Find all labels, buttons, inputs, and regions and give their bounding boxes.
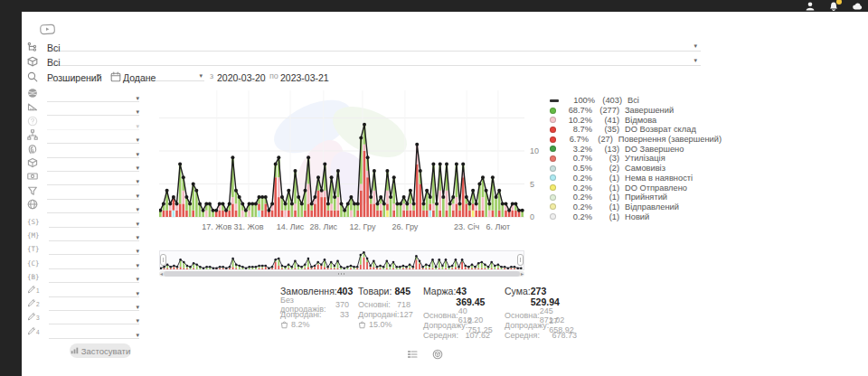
product-package-icon	[27, 54, 38, 70]
date-to-input[interactable]: 2023-03-21	[280, 69, 329, 81]
bell-icon[interactable]	[828, 1, 839, 12]
legend-item[interactable]: 0.2%(1)Новий	[550, 212, 722, 221]
table-view-icon[interactable]	[407, 347, 418, 363]
source-select[interactable]: Всі ▾	[47, 39, 701, 52]
filter-select-fingerprint[interactable]: ▾	[47, 146, 139, 158]
stat-column: Сума:273 529.94Основна:245 871.02Допрода…	[505, 286, 577, 340]
apply-button-label: Застосувати	[81, 346, 130, 356]
filter-select-funnel[interactable]: ▾	[47, 188, 139, 200]
scrollbar-thumb[interactable]	[164, 271, 520, 277]
chevron-down-icon: ▾	[136, 108, 139, 115]
legend-count: (403)	[595, 96, 622, 105]
svg-text:12. Гру: 12. Гру	[350, 222, 376, 231]
filter-row-pencil-2: 2▾	[27, 299, 139, 311]
chart-minimap[interactable]	[159, 250, 524, 270]
user-icon[interactable]	[805, 1, 816, 12]
stat-value: 43 369.45	[456, 286, 490, 307]
stat-sub-value: 127	[400, 310, 413, 319]
legend-item[interactable]: 8.7%(35)DO Возврат склад	[550, 125, 722, 135]
chevron-down-icon: ▾	[693, 57, 697, 63]
legend-label: Самовивіз	[625, 164, 665, 173]
search-mode-select[interactable]: Розширений ▾	[47, 69, 99, 81]
legend-item[interactable]: 100%(403)Всі	[550, 96, 722, 106]
scroll-right-icon[interactable]: ▸	[521, 270, 524, 277]
notification-badge	[836, 0, 842, 5]
filter-select-curly-s[interactable]: ▾	[49, 216, 139, 228]
chevron-down-icon: ▾	[693, 42, 697, 49]
minimap-right-handle[interactable]	[517, 254, 524, 266]
date-from-input[interactable]: 2020-03-20	[217, 69, 266, 81]
filter-select-curly-b[interactable]: ▾	[49, 271, 139, 283]
legend-dot-swatch	[550, 174, 556, 181]
video-help-icon[interactable]	[40, 23, 55, 39]
legend-item[interactable]: 0.5%(2)Самовивіз	[550, 164, 722, 174]
filter-select-sitemap[interactable]: ▾	[47, 132, 139, 144]
legend-item[interactable]: 0.7%(3)Утилізація	[550, 154, 722, 164]
products-view-icon[interactable]	[432, 347, 443, 363]
filter-select-globe[interactable]: ▾	[47, 202, 139, 213]
legend-dot-swatch	[550, 165, 556, 172]
filter-row-curly-t: {T}▾	[27, 243, 139, 255]
filter-select-curly-t[interactable]: ▾	[49, 243, 139, 255]
chevron-down-icon: ▾	[136, 221, 139, 227]
chevron-down-icon: ▾	[136, 248, 139, 254]
legend-dot-swatch	[550, 146, 556, 152]
filter-select-curly-m[interactable]: ▾	[49, 230, 139, 241]
filter-select-ruler[interactable]: ▾	[47, 104, 139, 116]
product-select[interactable]: Всі ▾	[47, 53, 701, 66]
date-field-select[interactable]: Додане ▾	[123, 69, 204, 81]
legend-count: (1)	[592, 183, 619, 193]
minimap-left-handle[interactable]	[160, 254, 166, 266]
legend-line-swatch	[550, 99, 559, 102]
legend-count: (1)	[592, 174, 619, 183]
filter-select-pencil-4[interactable]: ▾	[49, 327, 139, 339]
stat-column: Замовлення:403Без допродажів:370Допродан…	[280, 286, 349, 329]
chevron-down-icon: ▾	[136, 178, 139, 184]
sidebar	[0, 0, 22, 376]
search-mode-value: Розширений	[47, 72, 102, 83]
stat-sub-row: Допродані:33	[280, 309, 349, 319]
stat-value: 273 529.94	[531, 286, 577, 307]
date-to-value: 2023-03-21	[280, 72, 329, 83]
stat-label: Сума:	[505, 286, 531, 307]
svg-text:26. Гру: 26. Гру	[392, 222, 419, 231]
legend-dot-swatch	[550, 194, 556, 201]
legend-label: DO Возврат склад	[625, 125, 696, 134]
legend-item[interactable]: 0.2%(1)DO Отправлено	[550, 183, 722, 193]
filter-row-curly-c: {C}▾	[27, 258, 139, 269]
legend-item[interactable]: 10.2%(41)Відмова	[550, 115, 722, 125]
stat-percent-row: 8.2%	[280, 319, 349, 329]
chevron-down-icon: ▾	[96, 72, 99, 79]
legend-count: (35)	[592, 125, 619, 134]
filter-row-curly-m: {M}▾	[27, 230, 139, 241]
filter-select-globe-filled[interactable]: ▾	[47, 90, 139, 102]
filter-select-cube[interactable]: ▾	[47, 160, 139, 172]
legend-dot-swatch	[550, 127, 556, 133]
legend-item[interactable]: 0.2%(1)Нема в наявності	[550, 174, 722, 183]
legend-item[interactable]: 68.7%(277)Завершений	[550, 106, 722, 116]
filter-select-pencil-3[interactable]: ▾	[49, 313, 139, 324]
stat-sub-label: Основна:	[505, 311, 540, 320]
filter-select-pencil-1[interactable]: ▾	[49, 286, 139, 297]
legend-label: DO Отправлено	[625, 183, 687, 193]
chart-scrollbar[interactable]: ◂ ▸	[159, 271, 524, 277]
legend-item[interactable]: 0.2%(1)Відправлений	[550, 202, 722, 212]
chevron-down-icon: ▾	[136, 317, 139, 324]
cloud-icon[interactable]	[852, 1, 863, 12]
legend-dot-swatch	[550, 108, 556, 114]
scroll-left-icon[interactable]: ◂	[160, 270, 163, 277]
view-toggle-icons	[407, 347, 443, 363]
legend-item[interactable]: 3.2%(13)DO Завершено	[550, 144, 722, 154]
legend-label: Відправлений	[625, 202, 679, 212]
stat-sub-row: Допродажу:2 751.25	[423, 320, 490, 330]
legend-label: Відмова	[625, 116, 656, 125]
legend-label: Нема в наявності	[625, 174, 693, 183]
legend-item[interactable]: 6.7%(27)Повернення (завершений)	[550, 135, 722, 145]
filter-select-curly-c[interactable]: ▾	[49, 258, 139, 269]
filter-select-pencil-2[interactable]: ▾	[49, 299, 139, 311]
chevron-down-icon: ▾	[136, 276, 139, 282]
filter-select-banknote[interactable]: ▾	[47, 174, 139, 185]
legend-item[interactable]: 0.2%(1)Прийнятий	[550, 193, 722, 202]
apply-button[interactable]: Застосувати	[70, 343, 131, 358]
chevron-down-icon: ▾	[136, 95, 139, 101]
